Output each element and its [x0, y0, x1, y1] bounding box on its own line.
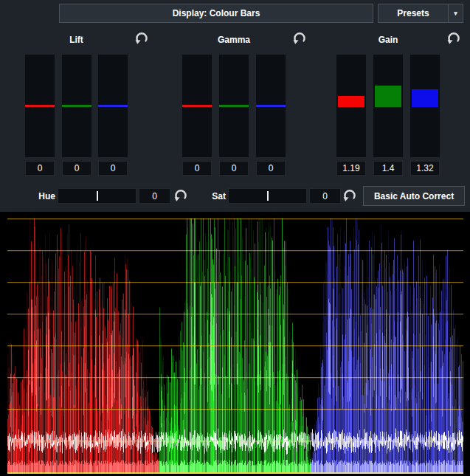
- sat-value[interactable]: 0: [309, 188, 341, 204]
- lift-blue-handle[interactable]: [98, 105, 128, 107]
- gamma-reset-icon[interactable]: [292, 31, 307, 46]
- gamma-green-slider[interactable]: [219, 55, 249, 157]
- gain-reset-icon[interactable]: [446, 31, 461, 46]
- gamma-blue-value[interactable]: 0: [256, 161, 286, 176]
- gamma-blue-handle[interactable]: [256, 105, 286, 107]
- rgb-waveform-scope: [0, 212, 470, 476]
- gain-red-handle[interactable]: [338, 96, 364, 107]
- lift-blue-slider[interactable]: [98, 55, 128, 157]
- gain-blue-value[interactable]: 1.32: [410, 161, 440, 176]
- gamma-green-value[interactable]: 0: [219, 161, 249, 176]
- gain-green-value[interactable]: 1.4: [373, 161, 403, 176]
- presets-label: Presets: [379, 8, 448, 18]
- hue-slider-handle[interactable]: [97, 191, 98, 201]
- hue-value[interactable]: 0: [139, 188, 170, 204]
- gamma-red-slider[interactable]: [182, 55, 212, 157]
- sat-slider[interactable]: [228, 188, 307, 204]
- presets-button[interactable]: Presets ▾: [378, 4, 463, 23]
- colour-correction-panel: Display: Colour Bars Presets ▾ Lift 0 0 …: [0, 0, 470, 476]
- lift-green-value[interactable]: 0: [62, 161, 91, 176]
- hue-label: Hue: [22, 190, 55, 202]
- lift-red-value[interactable]: 0: [25, 161, 55, 176]
- gain-section-label: Gain: [336, 34, 440, 46]
- gain-green-slider[interactable]: [373, 55, 403, 157]
- gain-red-value[interactable]: 1.19: [336, 161, 366, 176]
- gamma-red-handle[interactable]: [182, 105, 212, 107]
- gain-green-handle[interactable]: [375, 86, 401, 108]
- gain-blue-handle[interactable]: [412, 89, 438, 107]
- display-mode-button[interactable]: Display: Colour Bars: [59, 4, 373, 23]
- basic-auto-correct-label: Basic Auto Correct: [374, 191, 454, 201]
- gamma-green-handle[interactable]: [219, 105, 249, 107]
- gain-blue-slider[interactable]: [410, 55, 440, 157]
- gain-red-slider[interactable]: [336, 55, 366, 157]
- presets-dropdown-arrow-icon[interactable]: ▾: [448, 4, 463, 22]
- hue-reset-icon[interactable]: [173, 188, 188, 203]
- lift-section-label: Lift: [25, 34, 128, 46]
- hue-slider[interactable]: [58, 188, 136, 204]
- lift-green-handle[interactable]: [62, 105, 91, 107]
- lift-red-handle[interactable]: [25, 105, 55, 107]
- gamma-blue-slider[interactable]: [256, 55, 286, 157]
- gamma-section-label: Gamma: [182, 34, 286, 46]
- lift-red-slider[interactable]: [25, 55, 55, 157]
- sat-reset-icon[interactable]: [342, 188, 357, 203]
- lift-blue-value[interactable]: 0: [98, 161, 128, 176]
- lift-reset-icon[interactable]: [134, 31, 149, 46]
- gamma-red-value[interactable]: 0: [182, 161, 212, 176]
- display-mode-label: Display: Colour Bars: [173, 8, 260, 18]
- lift-green-slider[interactable]: [62, 55, 91, 157]
- sat-slider-handle[interactable]: [267, 191, 269, 201]
- basic-auto-correct-button[interactable]: Basic Auto Correct: [363, 186, 465, 206]
- sat-label: Sat: [193, 190, 226, 202]
